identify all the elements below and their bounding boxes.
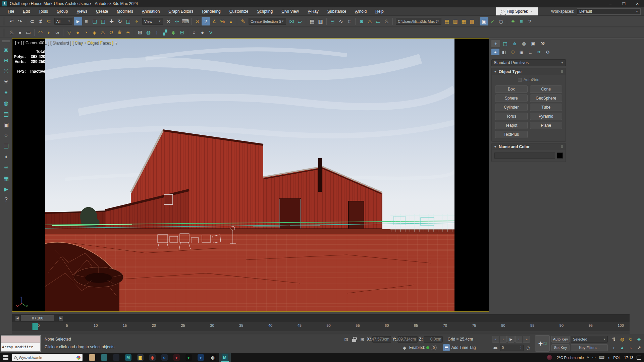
menu-edit[interactable]: Edit <box>18 8 34 15</box>
sphere-tool-icon[interactable]: ● <box>16 28 24 37</box>
tab-utilities-icon[interactable]: ⚒ <box>538 40 547 47</box>
macro-recorder-pane[interactable] <box>1 336 40 343</box>
maxscript-shield-icon[interactable]: ◆ <box>401 344 408 351</box>
menu-group[interactable]: Group <box>52 8 72 15</box>
go-to-start-button[interactable]: « <box>492 336 499 343</box>
redo-icon[interactable]: ↷ <box>16 17 24 25</box>
close-button[interactable]: ✕ <box>631 0 644 7</box>
script-listener-icon[interactable]: ≡ <box>517 17 526 25</box>
tab-modify-icon[interactable]: ◳ <box>501 40 509 47</box>
primitives-category-dropdown[interactable]: Standard Primitives ▼ <box>491 59 566 66</box>
rollout-drag-handle[interactable]: ⠿ <box>561 70 564 74</box>
category-lights-icon[interactable]: ☉ <box>509 49 517 55</box>
use-pivot-point-center-icon[interactable]: ⊙ <box>164 17 173 25</box>
curve-editor-icon[interactable]: ∿ <box>337 17 345 25</box>
snaps-toggle-3d-icon[interactable]: 3 <box>193 17 202 25</box>
hidden-icons-chevron[interactable]: ^ <box>587 356 589 360</box>
cone-tool-icon[interactable]: ▽ <box>65 28 73 37</box>
absolute-mode-transform-icon[interactable]: ⊞ <box>359 336 366 343</box>
taskbar-app-spotify[interactable]: ● <box>182 353 195 362</box>
tab-display-icon[interactable]: ▣ <box>529 40 538 47</box>
create-cylinder-button[interactable]: Cylinder <box>495 104 528 111</box>
add-time-tag[interactable]: Add Time Tag <box>451 345 476 350</box>
autogrid-checkbox[interactable] <box>518 78 522 82</box>
taskbar-app-edge[interactable]: e <box>158 353 170 362</box>
object-color-swatch[interactable] <box>557 153 563 159</box>
taskbar-app-max-scene[interactable] <box>98 353 110 362</box>
create-teapot-button[interactable]: Teapot <box>495 122 528 129</box>
previous-frame-button[interactable]: ‹ <box>500 336 507 343</box>
arrow-up-icon[interactable]: ↑ <box>153 28 161 37</box>
language-indicator[interactable]: POL <box>613 356 621 360</box>
go-to-end-button[interactable]: » <box>523 336 530 343</box>
palette-icon[interactable]: ◖ <box>1 152 11 162</box>
minimize-button[interactable]: – <box>604 0 617 7</box>
select-object-icon[interactable]: ► <box>74 17 82 25</box>
percent-snap-toggle-icon[interactable]: % <box>218 17 227 25</box>
create-pyramid-button[interactable]: Pyramid <box>530 113 562 120</box>
speaker-icon[interactable]: ◖ <box>608 356 610 360</box>
render-monitor-icon[interactable]: ▶ <box>1 184 11 194</box>
select-by-name-icon[interactable]: ≡ <box>82 17 91 25</box>
dark-sphere-icon[interactable]: ● <box>198 28 207 37</box>
selection-set-dropdown[interactable]: Selected ▼ <box>571 336 608 343</box>
taskbar-app-circle[interactable]: ◍ <box>207 353 219 362</box>
bind-to-space-warp-icon[interactable]: ⊆ <box>45 17 53 25</box>
window-tool-icon[interactable]: ▭ <box>24 28 33 37</box>
status-clock-icon[interactable]: ◷ <box>497 17 505 25</box>
select-and-rotate-icon[interactable]: ↻ <box>116 17 124 25</box>
menu-file[interactable]: File <box>3 8 18 15</box>
taskbar-app-3dsmax[interactable]: M <box>122 353 134 362</box>
menu-tools[interactable]: Tools <box>34 8 52 15</box>
named-selection-sets-dropdown[interactable]: Create Selection Se▼ <box>249 18 286 25</box>
maximize-button[interactable]: ❐ <box>617 0 631 7</box>
menu-create[interactable]: Create <box>92 8 112 15</box>
taskbar-app-3dsmax-active[interactable]: M <box>219 353 231 362</box>
stereo-camera-icon[interactable]: ▞ <box>161 28 169 37</box>
sphere-slice-icon[interactable]: ◍ <box>144 28 153 37</box>
timeline-ruler[interactable]: 0510152025303540455055606570758085909510… <box>12 322 630 331</box>
project-tool-2-icon[interactable]: ▥ <box>451 17 460 25</box>
create-plane-button[interactable]: Plane <box>530 122 562 129</box>
walkthrough-icon[interactable]: ▲ <box>618 344 626 352</box>
menu-modifiers[interactable]: Modifiers <box>112 8 138 15</box>
menu-substance[interactable]: Substance <box>323 8 351 15</box>
object-type-rollout-header[interactable]: ▼ Object Type ⠿ <box>492 68 566 75</box>
create-sphere-button[interactable]: Sphere <box>495 95 528 102</box>
dome-tool-icon[interactable]: ◔ <box>82 28 90 37</box>
taskbar-app-chrome[interactable]: ◉ <box>146 353 158 362</box>
category-shapes-icon[interactable]: ◧ <box>500 49 508 55</box>
vray-logo-icon[interactable]: V <box>207 28 215 37</box>
spinner-snap-toggle-icon[interactable]: ▴ <box>227 17 235 25</box>
display-icon[interactable]: ▭ <box>592 355 596 360</box>
rectangular-selection-region-icon[interactable]: ▢ <box>91 17 99 25</box>
user-account-menu[interactable]: Filip Sporek ▼ <box>496 7 538 15</box>
taskbar-app-photos[interactable] <box>86 353 98 362</box>
zoom-extents-icon[interactable]: ◈ <box>635 335 643 343</box>
add-camera-icon[interactable]: ⊕ <box>1 56 11 65</box>
diamond-tool-icon[interactable]: ◈ <box>90 28 99 37</box>
next-frame-button[interactable]: › <box>515 336 522 343</box>
light-mix-icon[interactable]: ✳ <box>1 163 11 172</box>
yellow-sphere-icon[interactable]: ● <box>73 28 82 37</box>
name-color-rollout-header[interactable]: ▼ Name and Color ⠿ <box>492 143 566 150</box>
category-cameras-icon[interactable]: ▣ <box>518 49 526 55</box>
edit-named-selection-sets-icon[interactable]: ✎ <box>239 17 247 25</box>
clock[interactable]: 17:13 <box>624 356 633 360</box>
rendered-frame-window-icon[interactable]: ▭ <box>374 17 382 25</box>
teapot-tool-icon[interactable]: ♨ <box>7 28 16 37</box>
help-circle-icon[interactable]: ? <box>1 195 11 204</box>
render-setup-icon[interactable]: ♨ <box>366 17 374 25</box>
object-name-input[interactable] <box>494 153 555 159</box>
nudge-frame-icons[interactable]: ◀▶ <box>492 344 499 351</box>
select-and-manipulate-icon[interactable]: ⊹ <box>173 17 181 25</box>
current-frame-field[interactable]: 0 ▲▼ <box>500 345 524 351</box>
project-folder-field[interactable]: C:\Users\fili...\3ds Max 2024▼ <box>396 18 441 25</box>
material-editor-icon[interactable]: ◙ <box>357 17 366 25</box>
tree-icon[interactable]: ♠ <box>1 88 11 97</box>
sun-light-icon[interactable]: ☀ <box>1 77 11 86</box>
select-and-scale-icon[interactable]: ◱ <box>124 17 132 25</box>
viewport-pov-menu[interactable]: [ Camera001 ] <box>23 41 49 45</box>
grass-scatter-icon[interactable]: ψ <box>169 28 178 37</box>
fov-icon[interactable]: › <box>610 344 618 352</box>
